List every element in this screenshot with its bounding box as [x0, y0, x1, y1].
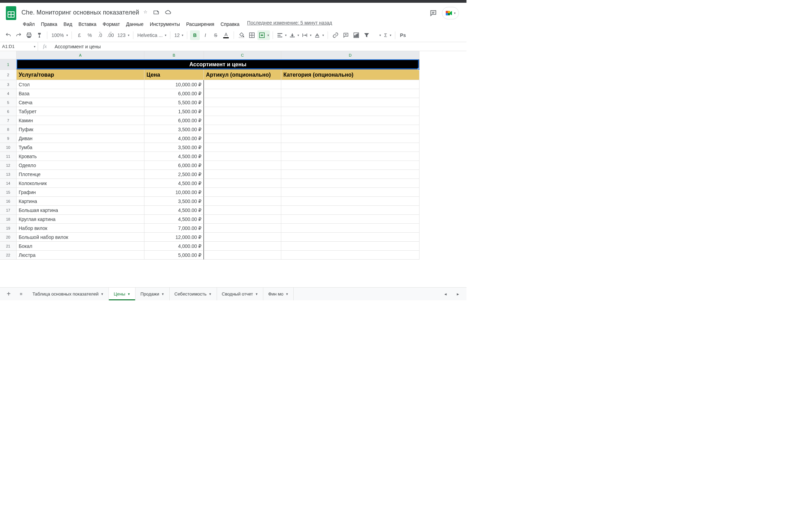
cell-D19[interactable]	[281, 224, 419, 233]
cell-C3[interactable]	[204, 80, 281, 89]
chevron-down-icon[interactable]: ▼	[285, 292, 289, 296]
sheet-tab-1[interactable]: Цены▼	[109, 288, 135, 300]
menu-file[interactable]: Файл	[20, 20, 37, 28]
menu-extensions[interactable]: Расширения	[183, 20, 217, 28]
name-box[interactable]: A1:D1	[0, 42, 38, 51]
sheet-tab-3[interactable]: Себестоимость▼	[170, 288, 217, 300]
row-header-21[interactable]: 21	[0, 242, 17, 251]
borders-icon[interactable]	[247, 30, 257, 40]
cell-A6[interactable]: Табурет	[17, 107, 144, 116]
cell-B3[interactable]: 10,000.00 ₽	[144, 80, 204, 89]
fill-color-icon[interactable]	[237, 30, 246, 40]
cell-C16[interactable]	[204, 197, 281, 206]
cell-A4[interactable]: Ваза	[17, 89, 144, 98]
cell-C9[interactable]	[204, 134, 281, 143]
currency-icon[interactable]: £	[75, 30, 84, 40]
cell-D16[interactable]	[281, 197, 419, 206]
cell-C10[interactable]	[204, 143, 281, 152]
cell-D11[interactable]	[281, 152, 419, 161]
cell-A22[interactable]: Люстра	[17, 251, 144, 260]
row-header-19[interactable]: 19	[0, 224, 17, 233]
cell-B16[interactable]: 3,500.00 ₽	[144, 197, 204, 206]
chevron-down-icon[interactable]: ▼	[161, 292, 164, 296]
row-header-13[interactable]: 13	[0, 170, 17, 179]
cell-A5[interactable]: Свеча	[17, 98, 144, 107]
cloud-saved-icon[interactable]	[165, 9, 172, 16]
row-header-6[interactable]: 6	[0, 107, 17, 116]
h-align-icon[interactable]	[276, 30, 287, 40]
cell-B11[interactable]: 4,500.00 ₽	[144, 152, 204, 161]
col-header-B[interactable]: B	[144, 51, 204, 59]
filter-icon[interactable]	[362, 30, 371, 40]
formula-input[interactable]: Ассортимент и цены	[52, 44, 466, 49]
cell-A9[interactable]: Диван	[17, 134, 144, 143]
bold-icon[interactable]: B	[190, 30, 200, 40]
cell-C17[interactable]	[204, 206, 281, 215]
v-align-icon[interactable]	[288, 30, 300, 40]
sheet-tab-4[interactable]: Сводный отчет▼	[217, 288, 263, 300]
cell-D21[interactable]	[281, 242, 419, 251]
cell-D13[interactable]	[281, 170, 419, 179]
cell-B13[interactable]: 2,500.00 ₽	[144, 170, 204, 179]
cell-A15[interactable]: Графин	[17, 188, 144, 197]
insert-comment-icon[interactable]	[341, 30, 351, 40]
sheet-tab-0[interactable]: Таблица основных показателей▼	[28, 288, 109, 300]
paint-format-icon[interactable]	[35, 30, 44, 40]
last-edit-link[interactable]: Последнее изменение: 5 минут назад	[247, 20, 332, 28]
row-header-10[interactable]: 10	[0, 143, 17, 152]
chevron-down-icon[interactable]: ▼	[255, 292, 258, 296]
insert-link-icon[interactable]	[331, 30, 340, 40]
cell-B7[interactable]: 6,000.00 ₽	[144, 116, 204, 125]
menu-data[interactable]: Данные	[123, 20, 147, 28]
cell-A20[interactable]: Большой набор вилок	[17, 233, 144, 242]
chevron-down-icon[interactable]: ▼	[209, 292, 212, 296]
col-header-A[interactable]: A	[17, 51, 144, 59]
row-header-15[interactable]: 15	[0, 188, 17, 197]
cell-C5[interactable]	[204, 98, 281, 107]
font-size-dropdown[interactable]: 12	[173, 30, 184, 40]
cell-B17[interactable]: 4,500.00 ₽	[144, 206, 204, 215]
row-header-14[interactable]: 14	[0, 179, 17, 188]
sheet-tab-2[interactable]: Продажи▼	[135, 288, 169, 300]
cell-B15[interactable]: 10,000.00 ₽	[144, 188, 204, 197]
row-header-9[interactable]: 9	[0, 134, 17, 143]
cell-A16[interactable]: Картина	[17, 197, 144, 206]
table-header-C[interactable]: Артикул (опционально)	[204, 70, 281, 80]
row-header-22[interactable]: 22	[0, 251, 17, 260]
cell-C21[interactable]	[204, 242, 281, 251]
cell-D4[interactable]	[281, 89, 419, 98]
cell-C11[interactable]	[204, 152, 281, 161]
cell-D8[interactable]	[281, 125, 419, 134]
cell-D17[interactable]	[281, 206, 419, 215]
table-header-A[interactable]: Услуга/товар	[17, 70, 144, 80]
cell-C13[interactable]	[204, 170, 281, 179]
cell-C14[interactable]	[204, 179, 281, 188]
cell-C22[interactable]	[204, 251, 281, 260]
input-tools-icon[interactable]: Рs	[398, 30, 408, 40]
row-header-1[interactable]: 1	[0, 59, 17, 70]
row-header-4[interactable]: 4	[0, 89, 17, 98]
merge-cells-icon[interactable]	[257, 30, 270, 40]
scroll-tabs-right-icon[interactable]: ▸	[452, 289, 464, 299]
cell-A18[interactable]: Круглая картина	[17, 215, 144, 224]
cell-D10[interactable]	[281, 143, 419, 152]
col-header-D[interactable]: D	[281, 51, 419, 59]
undo-icon[interactable]	[3, 30, 13, 40]
number-format-dropdown[interactable]: 123	[116, 30, 130, 40]
select-all-corner[interactable]	[0, 51, 17, 59]
cell-B10[interactable]: 3,500.00 ₽	[144, 143, 204, 152]
table-header-B[interactable]: Цена	[144, 70, 204, 80]
menu-format[interactable]: Формат	[100, 20, 123, 28]
text-wrap-icon[interactable]	[301, 30, 312, 40]
cell-D22[interactable]	[281, 251, 419, 260]
italic-icon[interactable]: I	[200, 30, 210, 40]
cell-C12[interactable]	[204, 161, 281, 170]
row-header-2[interactable]: 2	[0, 70, 17, 80]
meet-button[interactable]: ▾	[442, 7, 459, 19]
cell-B18[interactable]: 4,500.00 ₽	[144, 215, 204, 224]
cell-D6[interactable]	[281, 107, 419, 116]
cell-B6[interactable]: 1,500.00 ₽	[144, 107, 204, 116]
cell-B20[interactable]: 12,000.00 ₽	[144, 233, 204, 242]
scroll-tabs-left-icon[interactable]: ◂	[440, 289, 451, 299]
cell-C19[interactable]	[204, 224, 281, 233]
